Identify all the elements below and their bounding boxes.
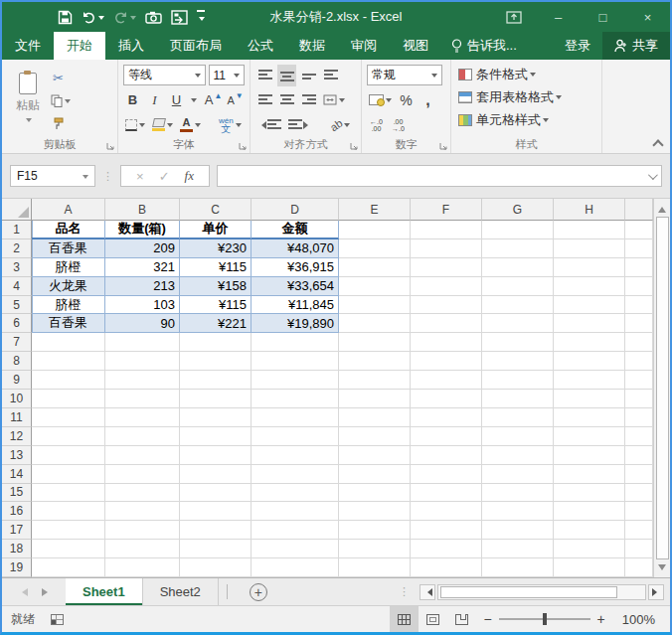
sheet-tab-sheet2[interactable]: Sheet2 — [143, 578, 219, 605]
copy-button[interactable] — [49, 90, 73, 112]
zoom-in-button[interactable]: + — [590, 611, 612, 627]
row-header-17[interactable]: 17 — [2, 521, 32, 540]
col-header-B[interactable]: B — [105, 199, 180, 221]
shrink-font-button[interactable]: A▼ — [226, 89, 245, 111]
select-all-corner[interactable] — [2, 199, 32, 221]
row-header-4[interactable]: 4 — [2, 277, 32, 296]
cell-G4[interactable] — [482, 277, 554, 296]
number-dialog-launcher[interactable] — [438, 141, 448, 151]
cell-D14[interactable] — [252, 465, 339, 484]
cancel-button[interactable]: × — [136, 169, 144, 184]
cell-G5[interactable] — [482, 296, 554, 315]
undo-button[interactable] — [82, 11, 104, 24]
format-painter-button[interactable] — [49, 113, 68, 135]
underline-caret[interactable] — [191, 98, 197, 105]
row-header-2[interactable]: 2 — [2, 239, 32, 258]
cell-C16[interactable] — [180, 502, 252, 521]
zoom-slider-handle[interactable] — [543, 613, 547, 625]
cell-A6[interactable]: 百香果 — [32, 314, 105, 333]
sign-in-button[interactable]: 登录 — [553, 37, 602, 55]
cell-F10[interactable] — [411, 390, 482, 408]
normal-view-button[interactable] — [390, 606, 419, 632]
cell-F12[interactable] — [411, 427, 482, 446]
vertical-scroll-thumb[interactable] — [656, 217, 669, 559]
scroll-down-button[interactable] — [656, 562, 669, 575]
cell-B2[interactable]: 209 — [105, 239, 180, 258]
orientation-button[interactable]: ab — [328, 114, 352, 136]
cell-F2[interactable] — [411, 239, 482, 258]
row-header-14[interactable]: 14 — [2, 465, 32, 484]
font-size-select[interactable]: 11 — [209, 65, 245, 85]
cell-F6[interactable] — [411, 314, 482, 333]
row-header-15[interactable]: 15 — [2, 484, 32, 503]
cell-C5[interactable]: ¥115 — [180, 296, 252, 315]
bold-button[interactable]: B — [123, 89, 142, 111]
sheet-tab-sheet1[interactable]: Sheet1 — [66, 578, 143, 605]
row-header-8[interactable]: 8 — [2, 352, 32, 371]
cell-H5[interactable] — [554, 296, 625, 315]
cell-B11[interactable] — [105, 408, 180, 427]
cell-G2[interactable] — [482, 239, 554, 258]
cell-A1[interactable]: 品名 — [32, 221, 105, 239]
cell-C10[interactable] — [180, 390, 252, 408]
tab-data[interactable]: 数据 — [286, 32, 338, 60]
clipboard-dialog-launcher[interactable] — [105, 141, 115, 151]
col-header-H[interactable]: H — [554, 199, 625, 221]
cell-G1[interactable] — [482, 221, 554, 239]
cell-A18[interactable] — [32, 540, 105, 558]
cell-G8[interactable] — [482, 352, 554, 371]
cell-F5[interactable] — [411, 296, 482, 315]
cell-G12[interactable] — [482, 427, 554, 446]
customize-qat-button[interactable] — [197, 10, 205, 24]
cell-A2[interactable]: 百香果 — [32, 239, 105, 258]
cut-button[interactable]: ✂ — [49, 68, 68, 89]
phonetic-guide-button[interactable]: wén文 — [217, 114, 244, 136]
format-as-table-button[interactable]: 套用表格格式 — [456, 85, 596, 108]
cell-D5[interactable]: ¥11,845 — [252, 296, 339, 315]
row-header-18[interactable]: 18 — [2, 540, 32, 558]
cell-E7[interactable] — [339, 333, 411, 352]
undo-dropdown-caret[interactable] — [98, 16, 104, 23]
cell-H7[interactable] — [554, 333, 625, 352]
cell-A8[interactable] — [32, 352, 105, 371]
tab-view[interactable]: 视图 — [390, 32, 441, 60]
cell-A13[interactable] — [32, 446, 105, 465]
cell-H6[interactable] — [554, 314, 625, 333]
scroll-right-button[interactable] — [648, 584, 664, 600]
cell-A19[interactable] — [32, 558, 105, 577]
enter-button[interactable]: ✓ — [159, 169, 170, 184]
cell-I4[interactable] — [625, 277, 653, 296]
cell-D7[interactable] — [252, 333, 339, 352]
cell-A5[interactable]: 脐橙 — [32, 296, 105, 315]
cell-B19[interactable] — [105, 558, 180, 577]
font-dialog-launcher[interactable] — [238, 141, 248, 151]
font-name-select[interactable]: 等线 — [123, 65, 206, 85]
cell-D9[interactable] — [252, 371, 339, 390]
comma-style-button[interactable]: , — [419, 89, 437, 111]
top-align-button[interactable] — [255, 65, 274, 86]
redo-dropdown-caret[interactable] — [130, 16, 136, 23]
row-header-13[interactable]: 13 — [2, 446, 32, 465]
tab-page-layout[interactable]: 页面布局 — [157, 32, 235, 60]
cell-E16[interactable] — [339, 502, 411, 521]
cell-E6[interactable] — [339, 314, 411, 333]
cell-F16[interactable] — [411, 502, 482, 521]
row-header-9[interactable]: 9 — [2, 371, 32, 390]
cell-E17[interactable] — [339, 521, 411, 540]
close-button[interactable]: × — [625, 2, 670, 32]
zoom-slider[interactable] — [499, 618, 590, 620]
col-header-C[interactable]: C — [180, 199, 252, 221]
cell-G10[interactable] — [482, 390, 554, 408]
cell-D4[interactable]: ¥33,654 — [252, 277, 339, 296]
cell-D12[interactable] — [252, 427, 339, 446]
cell-E9[interactable] — [339, 371, 411, 390]
tab-file[interactable]: 文件 — [2, 32, 54, 60]
cell-E12[interactable] — [339, 427, 411, 446]
row-header-1[interactable]: 1 — [2, 221, 32, 239]
cell-I10[interactable] — [625, 390, 653, 408]
collapse-ribbon-button[interactable] — [653, 138, 662, 147]
insert-function-button[interactable]: fx — [185, 168, 194, 184]
cell-C3[interactable]: ¥115 — [180, 258, 252, 277]
tab-home[interactable]: 开始 — [54, 32, 105, 60]
row-header-16[interactable]: 16 — [2, 502, 32, 521]
